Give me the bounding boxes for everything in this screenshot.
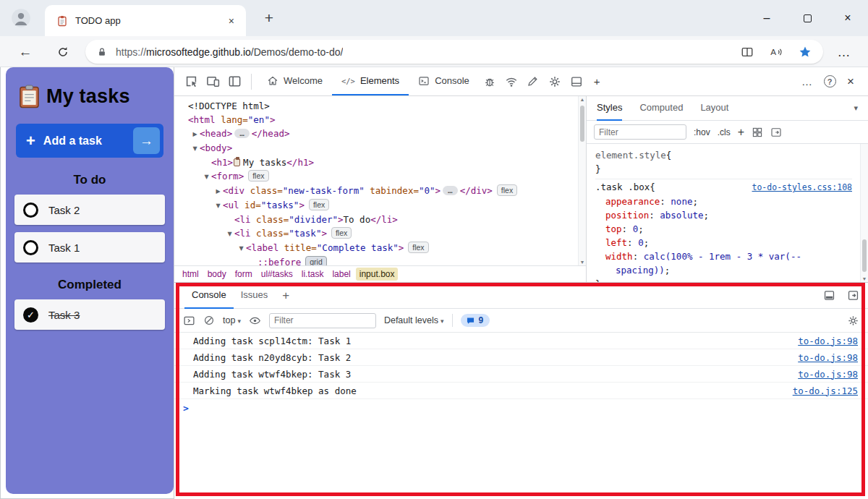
close-devtools-icon[interactable]: × (841, 74, 861, 89)
tab-computed[interactable]: Computed (639, 96, 683, 121)
task-checkbox[interactable]: ✓ (23, 307, 38, 323)
network-conditions-icon[interactable] (501, 71, 522, 93)
task-item[interactable]: Task 2 (14, 195, 165, 225)
log-levels-dropdown[interactable]: Default levels▾ (384, 315, 444, 325)
console-source-link[interactable]: to-do.js:98 (798, 369, 858, 380)
pseudo-state-button[interactable]: :hov (694, 127, 710, 137)
profile-avatar-icon[interactable] (11, 8, 31, 28)
close-window-button[interactable]: × (827, 0, 868, 36)
css-declaration[interactable]: left: 0; (595, 236, 852, 250)
devtools-more-icon[interactable]: … (795, 75, 819, 88)
expand-drawer-icon[interactable] (847, 289, 859, 302)
submit-task-button[interactable]: → (133, 127, 160, 154)
css-declaration[interactable]: position: absolute; (595, 208, 852, 222)
maximize-button[interactable] (787, 0, 827, 36)
tab-close-icon[interactable]: × (223, 14, 240, 28)
console-source-link[interactable]: to-do.js:125 (793, 385, 858, 396)
scrollbar-thumb[interactable] (862, 239, 867, 272)
minimize-button[interactable]: – (746, 0, 787, 36)
dom-tree-line[interactable]: <html lang="en"> (174, 113, 578, 127)
layout-badge-grid[interactable]: grid (305, 256, 327, 265)
breadcrumb-item[interactable]: input.box (356, 268, 399, 281)
dom-tree-line[interactable]: <!DOCTYPE html> (174, 99, 578, 113)
twisty-icon[interactable]: ▼ (202, 170, 211, 184)
console-sidebar-icon[interactable] (183, 315, 195, 327)
dom-tree-line[interactable]: <h1>My tasks</h1> (174, 155, 578, 169)
settings-gear-icon[interactable] (544, 71, 566, 93)
css-declaration[interactable]: width: calc(100% - 1rem - 3 * var(--spac… (595, 250, 852, 277)
twisty-icon[interactable]: ▶ (190, 127, 200, 141)
dom-tree-line[interactable]: ▼<label title="Complete task">flex (174, 241, 578, 255)
console-filter-input[interactable] (269, 313, 376, 328)
breadcrumb-item[interactable]: li.task (298, 268, 328, 281)
browser-menu-icon[interactable]: … (833, 41, 855, 63)
layout-badge-flex[interactable]: flex (408, 242, 428, 253)
dom-tree-line[interactable]: ▶<div class="new-task-form" tabindex="0"… (174, 184, 578, 198)
layout-badge-flex[interactable]: flex (331, 227, 352, 239)
breadcrumb-item[interactable]: label (328, 268, 354, 281)
layout-badge-flex[interactable]: flex (248, 170, 268, 182)
styles-filter-input[interactable] (594, 124, 686, 140)
read-aloud-icon[interactable]: A (770, 46, 783, 59)
computed-grid-icon[interactable] (752, 127, 763, 138)
split-screen-icon[interactable] (741, 46, 754, 59)
refresh-button[interactable] (52, 41, 74, 63)
rule-selector[interactable]: element.style (595, 148, 666, 162)
dom-tree-line[interactable]: ▼<ul id="tasks">flex (174, 198, 578, 213)
twisty-icon[interactable]: ▶ (213, 184, 223, 198)
expand-ellipsis-button[interactable]: … (234, 129, 250, 138)
browser-tab[interactable]: TODO app × (45, 5, 246, 36)
twisty-icon[interactable]: ▼ (190, 142, 200, 155)
add-task-button[interactable]: + Add a task → (16, 124, 163, 158)
bug-icon[interactable] (479, 71, 501, 93)
elements-scrollbar[interactable]: ▲ ▼ (578, 96, 586, 265)
task-checkbox[interactable] (23, 202, 38, 218)
console-settings-gear-icon[interactable] (847, 315, 859, 327)
console-context-selector[interactable]: top▾ (223, 315, 241, 325)
css-declaration[interactable]: top: 0; (595, 222, 852, 236)
favorite-star-icon[interactable] (799, 46, 812, 59)
breadcrumb-item[interactable]: body (204, 268, 230, 281)
add-tool-button[interactable]: + (587, 75, 607, 88)
rule-selector[interactable]: .task .box (595, 180, 650, 194)
console-prompt[interactable]: > (174, 399, 868, 414)
edit-pen-icon[interactable] (522, 71, 544, 93)
back-button[interactable]: ← (14, 41, 36, 63)
help-icon[interactable]: ? (819, 71, 841, 93)
task-item[interactable]: ✓Task 3 (14, 299, 165, 330)
scroll-down-icon[interactable]: ▼ (861, 276, 868, 281)
new-style-rule-button[interactable]: + (738, 126, 744, 139)
task-item[interactable]: Task 1 (14, 232, 165, 263)
breadcrumb-item[interactable]: html (179, 268, 203, 281)
dock-bottom-icon[interactable] (566, 71, 587, 93)
live-expression-eye-icon[interactable] (249, 315, 261, 327)
popout-panel-icon[interactable] (770, 127, 782, 138)
device-emulation-icon[interactable] (202, 71, 224, 93)
dom-tree-line[interactable]: <li class="divider">To do</li> (174, 213, 578, 226)
twisty-icon[interactable]: ▼ (225, 227, 234, 241)
console-source-link[interactable]: to-do.js:98 (798, 352, 858, 363)
console-source-link[interactable]: to-do.js:98 (798, 336, 858, 346)
scrollbar-thumb[interactable] (580, 106, 584, 142)
stylesheet-source-link[interactable]: to-do-styles.css:108 (752, 181, 852, 195)
layout-badge-flex[interactable]: flex (309, 199, 329, 210)
message-count-badge[interactable]: 9 (461, 314, 490, 327)
tab-styles[interactable]: Styles (597, 96, 622, 121)
tab-layout[interactable]: Layout (700, 96, 728, 121)
task-checkbox[interactable] (23, 240, 38, 255)
twisty-icon[interactable]: ▼ (213, 199, 223, 213)
tab-console-top[interactable]: Console (409, 67, 479, 95)
tab-issues[interactable]: Issues (234, 283, 276, 309)
new-tab-button[interactable]: + (259, 9, 279, 29)
expand-ellipsis-button[interactable]: … (443, 186, 458, 195)
breadcrumb-item[interactable]: form (231, 268, 256, 281)
dock-drawer-icon[interactable] (823, 289, 835, 302)
dom-tree-line[interactable]: ▼<li class="task">flex (174, 226, 578, 241)
dom-tree-line[interactable]: ▶<head>…</head> (174, 127, 578, 141)
dom-tree-line[interactable]: ▼<form>flex (174, 169, 578, 184)
twisty-icon[interactable]: ▼ (237, 242, 246, 255)
dom-tree-line[interactable]: ::beforegrid (174, 255, 578, 265)
element-class-button[interactable]: .cls (718, 127, 731, 137)
tab-console[interactable]: Console (184, 283, 234, 309)
clear-console-icon[interactable] (203, 315, 215, 326)
